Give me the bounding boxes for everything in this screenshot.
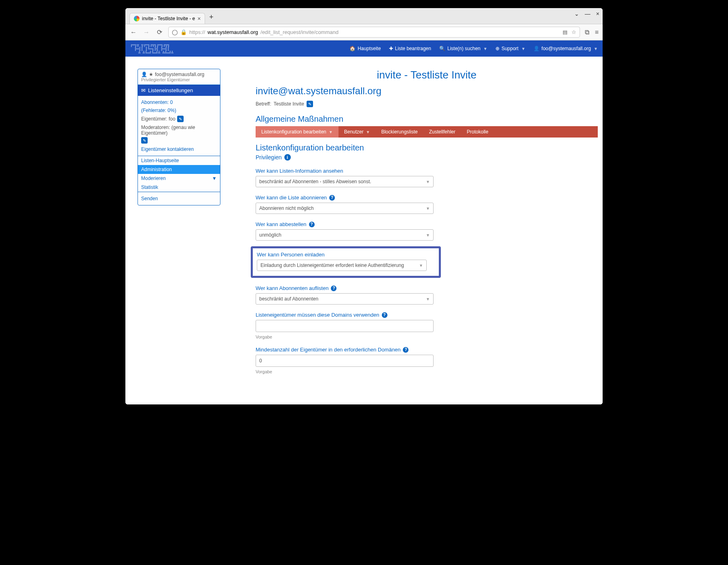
logo: ╔═╗╦ ╦╔═╗╔╦╗╔═╗╔╦╗ ╠═╣║ ║╚═╗╠╣ ╠═╣║ ╩ ╩╚… [130, 42, 199, 55]
tab-title: invite - Testliste Invite - e [142, 16, 195, 21]
help-icon[interactable]: ? [309, 222, 315, 227]
user-icon: 👤 [141, 72, 147, 77]
sidebar-item-moderate[interactable]: Moderieren ▼ [138, 174, 220, 183]
betreff-value: Testliste Invite [273, 101, 304, 107]
help-icon[interactable]: ? [329, 195, 335, 201]
sidebar-moderators: Moderatoren: (genau wie Eigentümer) [141, 123, 217, 137]
url-host: wat.systemausfall.org [207, 29, 258, 35]
chevron-down-icon: ▼ [366, 130, 370, 134]
nav-home[interactable]: 🏠 Hauptseite [349, 46, 381, 51]
chevron-down-icon: ▼ [426, 180, 430, 184]
close-icon[interactable]: × [596, 11, 599, 17]
tab-bounces[interactable]: Zustellfehler [423, 126, 461, 138]
edit-icon[interactable]: ✎ [307, 101, 313, 107]
page-title: invite - Testliste Invite [256, 61, 598, 85]
browser-toolbar: ← → ⟳ ◯ 🔒 https://wat.systemausfall.org/… [125, 24, 603, 40]
sidebar-settings-header: ✉ Listeneinstellungen [138, 85, 220, 96]
chevron-down-icon: ▼ [212, 176, 217, 181]
sidebar-item-admin[interactable]: Administration [138, 165, 220, 174]
sidebar-user: 👤★ foo@systemausfall.org [141, 72, 217, 77]
input-min-owners[interactable]: 0 [256, 355, 434, 367]
hint-domains: Vorgabe [256, 334, 598, 339]
url-prefix: https:// [189, 29, 205, 35]
label-domains: Listeneigentümer müssen diese Domains ve… [256, 312, 379, 318]
label-list-subs: Wer kann Abonnenten auflisten [256, 285, 328, 291]
shield-icon: ◯ [172, 29, 178, 35]
betreff-label: Betreff: [256, 101, 271, 107]
sidebar-item-stats[interactable]: Statistik [138, 183, 220, 192]
sidebar-contact-owner[interactable]: Eigentümer kontaktieren [141, 145, 217, 153]
label-subscribe: Wer kann die Liste abonnieren [256, 195, 327, 201]
chevron-down-icon: ▼ [329, 130, 333, 134]
label-view-info: Wer kann Listen-Information ansehen [256, 168, 598, 174]
select-list-subs[interactable]: beschränkt auf Abonnenten ▼ [256, 293, 434, 305]
admin-tab-bar: Listenkonfiguration bearbeiten ▼ Benutze… [256, 126, 598, 138]
sidebar-owner: Eigentümer: foo ✎ [141, 114, 217, 123]
reload-button[interactable]: ⟳ [155, 28, 163, 36]
chevron-down-icon: ▼ [426, 297, 430, 301]
sidebar-send[interactable]: Senden [141, 195, 217, 203]
help-icon[interactable]: ? [331, 286, 336, 291]
extension-icon[interactable]: ⧉ [585, 29, 589, 36]
select-invite[interactable]: Einladung durch Listeneigentümer erforde… [257, 260, 427, 271]
sidebar: 👤★ foo@systemausfall.org Privilegierter … [138, 69, 220, 205]
reader-icon[interactable]: ▤ [563, 29, 567, 35]
favicon [134, 16, 140, 21]
info-icon[interactable]: i [284, 154, 291, 161]
edit-icon[interactable]: ✎ [177, 116, 184, 122]
close-tab-icon[interactable]: × [197, 16, 201, 21]
tab-users[interactable]: Benutzer ▼ [339, 126, 376, 138]
help-icon[interactable]: ? [382, 312, 387, 318]
label-unsubscribe: Wer kann abbestellen [256, 221, 307, 227]
search-icon: 🔍 [439, 46, 445, 51]
select-unsubscribe[interactable]: unmöglich ▼ [256, 229, 434, 241]
highlight-invite-field: Wer kann Personen einladen Einladung dur… [251, 246, 441, 278]
svg-text:╩ ╩╚═╝╚═╝╩ ╩╩═╝╩: ╩ ╩╚═╝╚═╝╩ ╩╩═╝╩ [138, 51, 174, 55]
sidebar-user-role: Privilegierter Eigentümer [141, 77, 217, 82]
config-title: Listenkonfiguration bearbeiten [256, 143, 598, 152]
user-icon: 👤 [533, 46, 540, 51]
home-icon: 🏠 [349, 46, 356, 51]
select-subscribe[interactable]: Abonnieren nicht möglich ▼ [256, 203, 434, 214]
browser-tab-bar: invite - Testliste Invite - e × + ⌄ — × [125, 8, 603, 24]
sidebar-errorrate[interactable]: (Fehlerrate: 0%) [141, 106, 217, 114]
chevron-down-icon[interactable]: ⌄ [574, 11, 579, 17]
chevron-down-icon: ▼ [426, 233, 430, 237]
tab-list-config[interactable]: Listenkonfiguration bearbeiten ▼ [256, 126, 339, 138]
label-min-owners: Mindestanzahl der Eigentümer in den erfo… [256, 347, 400, 353]
sidebar-subscribers[interactable]: Abonnenten: 0 [141, 98, 217, 106]
minimize-icon[interactable]: — [585, 11, 590, 17]
hint-min-owners: Vorgabe [256, 369, 598, 374]
url-bar[interactable]: ◯ 🔒 https://wat.systemausfall.org/edit_l… [168, 27, 580, 38]
lifebuoy-icon: ⊕ [495, 46, 499, 51]
chevron-down-icon: ▼ [483, 47, 487, 51]
list-email: invite@wat.systemausfall.org [256, 85, 598, 97]
sidebar-item-main[interactable]: Listen-Hauptseite [138, 156, 220, 165]
edit-icon[interactable]: ✎ [141, 137, 148, 144]
tab-blocklist[interactable]: Blockierungsliste [376, 126, 423, 138]
chevron-down-icon: ▼ [419, 263, 423, 268]
chevron-down-icon: ▼ [426, 206, 430, 211]
chevron-down-icon: ▼ [594, 47, 598, 51]
browser-tab[interactable]: invite - Testliste Invite - e × [129, 13, 205, 24]
app-header: ╔═╗╦ ╦╔═╗╔╦╗╔═╗╔╦╗ ╠═╣║ ║╚═╗╠╣ ╠═╣║ ╩ ╩╚… [125, 40, 603, 57]
help-icon[interactable]: ? [403, 347, 408, 353]
nav-request-list[interactable]: ✚ Liste beantragen [389, 46, 431, 51]
menu-icon[interactable]: ≡ [595, 29, 599, 36]
section-title: Allgemeine Maßnahmen [256, 114, 598, 124]
tab-logs[interactable]: Protokolle [461, 126, 494, 138]
star-icon: ★ [149, 72, 153, 77]
new-tab-button[interactable]: + [205, 11, 218, 24]
select-view-info[interactable]: beschränkt auf Abonnenten - stilles Abwe… [256, 176, 434, 187]
envelope-icon: ✉ [141, 87, 146, 93]
url-path: /edit_list_request/invite/command [260, 29, 339, 35]
lock-icon: 🔒 [180, 29, 187, 35]
nav-user-menu[interactable]: 👤 foo@systemausfall.org ▼ [533, 46, 598, 51]
label-invite: Wer kann Personen einladen [257, 252, 435, 258]
nav-search-lists[interactable]: 🔍 Liste(n) suchen ▼ [439, 46, 487, 51]
forward-button[interactable]: → [142, 29, 150, 36]
nav-support[interactable]: ⊕ Support ▼ [495, 46, 525, 51]
bookmark-icon[interactable]: ☆ [571, 29, 576, 35]
input-domains[interactable] [256, 320, 434, 332]
back-button[interactable]: ← [129, 29, 138, 36]
